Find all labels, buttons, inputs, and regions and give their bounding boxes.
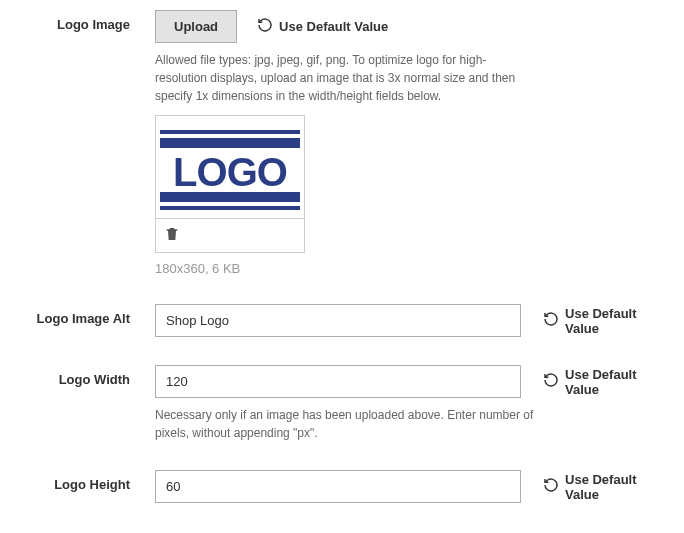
use-default-logo-image[interactable]: Use Default Value: [257, 17, 388, 36]
use-default-logo-image-alt[interactable]: Use Default Value: [543, 306, 669, 336]
undo-icon: [543, 372, 559, 391]
svg-rect-4: [160, 206, 300, 210]
undo-icon: [543, 477, 559, 496]
use-default-label: Use Default Value: [565, 472, 669, 502]
logo-image-alt-input[interactable]: [155, 304, 521, 337]
logo-image-label: Logo Image: [15, 10, 155, 32]
logo-preview: LOGO: [155, 115, 305, 253]
logo-width-label: Logo Width: [15, 365, 155, 387]
svg-rect-1: [160, 138, 300, 148]
logo-height-label: Logo Height: [15, 470, 155, 492]
logo-preview-meta: 180x360, 6 KB: [155, 261, 669, 276]
upload-button[interactable]: Upload: [155, 10, 237, 43]
logo-width-help: Necessary only if an image has been uplo…: [155, 406, 535, 442]
use-default-logo-width[interactable]: Use Default Value: [543, 367, 669, 397]
use-default-label: Use Default Value: [279, 19, 388, 34]
svg-rect-3: [160, 192, 300, 202]
svg-rect-0: [160, 130, 300, 134]
trash-icon: [164, 231, 180, 246]
svg-text:LOGO: LOGO: [173, 150, 287, 194]
logo-height-input[interactable]: [155, 470, 521, 503]
logo-preview-image: LOGO: [156, 116, 304, 218]
use-default-label: Use Default Value: [565, 306, 669, 336]
undo-icon: [257, 17, 273, 36]
use-default-label: Use Default Value: [565, 367, 669, 397]
use-default-logo-height[interactable]: Use Default Value: [543, 472, 669, 502]
delete-logo-button[interactable]: [164, 231, 180, 246]
logo-image-help: Allowed file types: jpg, jpeg, gif, png.…: [155, 51, 535, 105]
logo-image-alt-label: Logo Image Alt: [15, 304, 155, 326]
logo-width-input[interactable]: [155, 365, 521, 398]
undo-icon: [543, 311, 559, 330]
